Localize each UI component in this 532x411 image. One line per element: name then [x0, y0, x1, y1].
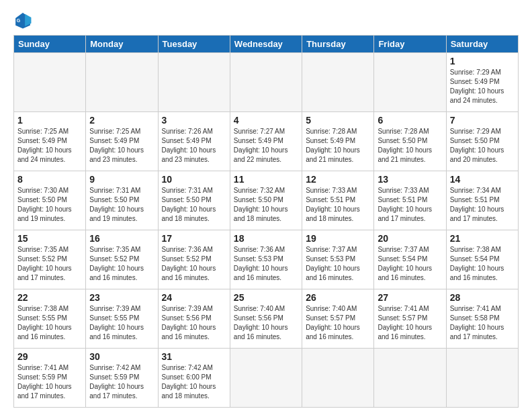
calendar-day-cell: 15 Sunrise: 7:35 AM Sunset: 5:52 PM Dayl…: [14, 230, 86, 289]
calendar-week-row: 15 Sunrise: 7:35 AM Sunset: 5:52 PM Dayl…: [14, 230, 519, 289]
calendar-day-cell: 13 Sunrise: 7:33 AM Sunset: 5:51 PM Dayl…: [374, 171, 446, 230]
calendar-header-row: SundayMondayTuesdayWednesdayThursdayFrid…: [14, 36, 519, 53]
day-info: Sunrise: 7:29 AM Sunset: 5:50 PM Dayligh…: [450, 127, 515, 165]
day-number: 10: [162, 174, 226, 185]
day-number: 1: [450, 56, 515, 66]
day-info: Sunrise: 7:33 AM Sunset: 5:51 PM Dayligh…: [378, 186, 442, 224]
day-info: Sunrise: 7:31 AM Sunset: 5:50 PM Dayligh…: [162, 186, 226, 224]
day-info: Sunrise: 7:39 AM Sunset: 5:55 PM Dayligh…: [89, 304, 154, 342]
calendar-day-cell: [230, 349, 302, 408]
day-number: 30: [89, 351, 154, 362]
calendar-day-cell: [14, 53, 86, 112]
day-number: 8: [17, 174, 82, 185]
day-info: Sunrise: 7:36 AM Sunset: 5:53 PM Dayligh…: [234, 245, 298, 283]
calendar-day-cell: 6 Sunrise: 7:28 AM Sunset: 5:50 PM Dayli…: [374, 112, 446, 171]
calendar-day-cell: 3 Sunrise: 7:26 AM Sunset: 5:49 PM Dayli…: [158, 112, 230, 171]
calendar-day-cell: 21 Sunrise: 7:38 AM Sunset: 5:54 PM Dayl…: [446, 230, 518, 289]
logo: G: [13, 11, 35, 30]
calendar-day-cell: 5 Sunrise: 7:28 AM Sunset: 5:49 PM Dayli…: [302, 112, 374, 171]
day-number: 26: [306, 292, 370, 303]
calendar-day-cell: [86, 53, 158, 112]
day-info: Sunrise: 7:28 AM Sunset: 5:50 PM Dayligh…: [378, 127, 442, 165]
day-info: Sunrise: 7:28 AM Sunset: 5:49 PM Dayligh…: [306, 127, 370, 165]
svg-marker-1: [25, 14, 31, 27]
calendar-header-saturday: Saturday: [446, 36, 518, 53]
calendar-day-cell: [302, 349, 374, 408]
day-number: 11: [234, 174, 298, 185]
day-number: 17: [162, 233, 226, 244]
calendar-day-cell: 20 Sunrise: 7:37 AM Sunset: 5:54 PM Dayl…: [374, 230, 446, 289]
calendar-day-cell: 26 Sunrise: 7:40 AM Sunset: 5:57 PM Dayl…: [302, 289, 374, 349]
calendar-day-cell: 30 Sunrise: 7:42 AM Sunset: 5:59 PM Dayl…: [86, 349, 158, 408]
day-info: Sunrise: 7:25 AM Sunset: 5:49 PM Dayligh…: [89, 127, 154, 165]
day-info: Sunrise: 7:42 AM Sunset: 5:59 PM Dayligh…: [89, 363, 154, 401]
page: G SundayMondayTuesdayWednesdayThursdayFr…: [0, 0, 532, 411]
day-number: 21: [450, 233, 515, 244]
calendar-day-cell: [158, 53, 230, 112]
calendar-header-sunday: Sunday: [14, 36, 86, 53]
day-info: Sunrise: 7:41 AM Sunset: 5:59 PM Dayligh…: [17, 363, 82, 401]
calendar-day-cell: 16 Sunrise: 7:35 AM Sunset: 5:52 PM Dayl…: [86, 230, 158, 289]
day-info: Sunrise: 7:40 AM Sunset: 5:56 PM Dayligh…: [234, 304, 298, 342]
calendar-day-cell: 4 Sunrise: 7:27 AM Sunset: 5:49 PM Dayli…: [230, 112, 302, 171]
calendar-week-row: 22 Sunrise: 7:38 AM Sunset: 5:55 PM Dayl…: [14, 289, 519, 349]
day-info: Sunrise: 7:38 AM Sunset: 5:54 PM Dayligh…: [450, 245, 515, 283]
day-number: 12: [306, 174, 370, 185]
calendar-header-monday: Monday: [86, 36, 158, 53]
calendar-day-cell: 12 Sunrise: 7:33 AM Sunset: 5:51 PM Dayl…: [302, 171, 374, 230]
calendar-day-cell: [374, 349, 446, 408]
day-number: 15: [17, 233, 82, 244]
day-number: 2: [89, 115, 154, 126]
day-info: Sunrise: 7:40 AM Sunset: 5:57 PM Dayligh…: [306, 304, 370, 342]
day-number: 18: [234, 233, 298, 244]
day-number: 13: [378, 174, 442, 185]
day-info: Sunrise: 7:25 AM Sunset: 5:49 PM Dayligh…: [17, 127, 82, 165]
calendar-day-cell: [302, 53, 374, 112]
calendar-day-cell: 2 Sunrise: 7:25 AM Sunset: 5:49 PM Dayli…: [86, 112, 158, 171]
calendar-week-row: 8 Sunrise: 7:30 AM Sunset: 5:50 PM Dayli…: [14, 171, 519, 230]
calendar-day-cell: [374, 53, 446, 112]
svg-text:G: G: [17, 18, 21, 23]
header: G: [13, 11, 519, 30]
calendar-day-cell: [230, 53, 302, 112]
day-number: 25: [234, 292, 298, 303]
calendar-header-wednesday: Wednesday: [230, 36, 302, 53]
calendar-week-row: 29 Sunrise: 7:41 AM Sunset: 5:59 PM Dayl…: [14, 349, 519, 408]
calendar-body: 1 Sunrise: 7:29 AM Sunset: 5:49 PM Dayli…: [14, 53, 519, 408]
day-number: 28: [450, 292, 515, 303]
calendar-day-cell: 18 Sunrise: 7:36 AM Sunset: 5:53 PM Dayl…: [230, 230, 302, 289]
calendar-day-cell: 9 Sunrise: 7:31 AM Sunset: 5:50 PM Dayli…: [86, 171, 158, 230]
day-info: Sunrise: 7:38 AM Sunset: 5:55 PM Dayligh…: [17, 304, 82, 342]
calendar-header-friday: Friday: [374, 36, 446, 53]
day-info: Sunrise: 7:42 AM Sunset: 6:00 PM Dayligh…: [162, 363, 226, 401]
calendar-day-cell: 8 Sunrise: 7:30 AM Sunset: 5:50 PM Dayli…: [14, 171, 86, 230]
day-info: Sunrise: 7:37 AM Sunset: 5:53 PM Dayligh…: [306, 245, 370, 283]
day-number: 16: [89, 233, 154, 244]
calendar-day-cell: 10 Sunrise: 7:31 AM Sunset: 5:50 PM Dayl…: [158, 171, 230, 230]
calendar-day-cell: 22 Sunrise: 7:38 AM Sunset: 5:55 PM Dayl…: [14, 289, 86, 349]
calendar-day-cell: 19 Sunrise: 7:37 AM Sunset: 5:53 PM Dayl…: [302, 230, 374, 289]
calendar-day-cell: 31 Sunrise: 7:42 AM Sunset: 6:00 PM Dayl…: [158, 349, 230, 408]
day-number: 4: [234, 115, 298, 126]
calendar: SundayMondayTuesdayWednesdayThursdayFrid…: [13, 35, 519, 408]
logo-icon: G: [13, 11, 32, 30]
day-number: 3: [162, 115, 226, 126]
day-info: Sunrise: 7:27 AM Sunset: 5:49 PM Dayligh…: [234, 127, 298, 165]
day-number: 29: [17, 351, 82, 362]
calendar-day-cell: 1 Sunrise: 7:29 AM Sunset: 5:49 PM Dayli…: [446, 53, 518, 112]
day-number: 6: [378, 115, 442, 126]
calendar-day-cell: 23 Sunrise: 7:39 AM Sunset: 5:55 PM Dayl…: [86, 289, 158, 349]
day-info: Sunrise: 7:37 AM Sunset: 5:54 PM Dayligh…: [378, 245, 442, 283]
day-number: 23: [89, 292, 154, 303]
day-number: 20: [378, 233, 442, 244]
calendar-day-cell: 14 Sunrise: 7:34 AM Sunset: 5:51 PM Dayl…: [446, 171, 518, 230]
calendar-day-cell: 7 Sunrise: 7:29 AM Sunset: 5:50 PM Dayli…: [446, 112, 518, 171]
day-info: Sunrise: 7:35 AM Sunset: 5:52 PM Dayligh…: [17, 245, 82, 283]
calendar-day-cell: 28 Sunrise: 7:41 AM Sunset: 5:58 PM Dayl…: [446, 289, 518, 349]
calendar-day-cell: 17 Sunrise: 7:36 AM Sunset: 5:52 PM Dayl…: [158, 230, 230, 289]
day-info: Sunrise: 7:26 AM Sunset: 5:49 PM Dayligh…: [162, 127, 226, 165]
calendar-day-cell: 24 Sunrise: 7:39 AM Sunset: 5:56 PM Dayl…: [158, 289, 230, 349]
day-info: Sunrise: 7:36 AM Sunset: 5:52 PM Dayligh…: [162, 245, 226, 283]
day-number: 19: [306, 233, 370, 244]
day-number: 9: [89, 174, 154, 185]
